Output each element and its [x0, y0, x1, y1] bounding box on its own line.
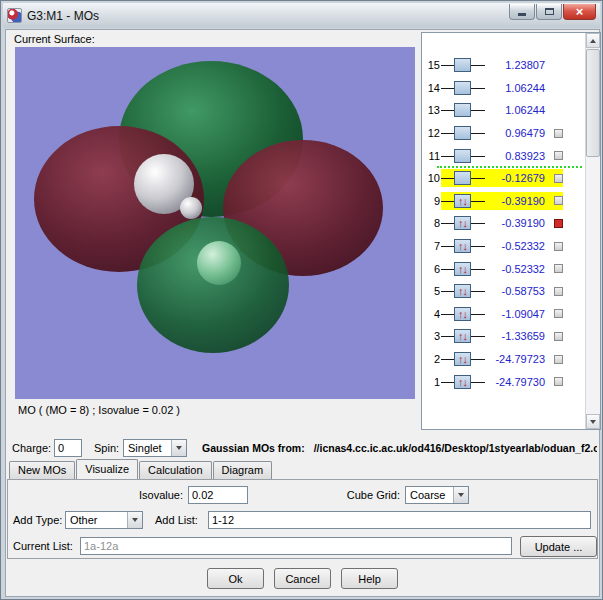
add-list-input[interactable]: [208, 511, 591, 529]
mo-row-3[interactable]: 3↑↓-1.33659: [424, 325, 583, 348]
spin-down-arrow-icon: ↓: [463, 376, 468, 388]
cancel-button[interactable]: Cancel: [274, 568, 331, 589]
spin-down-arrow-icon: ↓: [463, 217, 468, 229]
arrow-down-icon: [590, 420, 596, 424]
energy-level-line: ↑↓: [441, 374, 485, 390]
surface-indicator-checkbox[interactable]: [554, 332, 563, 341]
surface-indicator-checkbox[interactable]: [554, 219, 563, 228]
surface-indicator-checkbox[interactable]: [554, 242, 563, 251]
help-button[interactable]: Help: [341, 568, 398, 589]
mo-row-4[interactable]: 4↑↓-1.09047: [424, 303, 583, 326]
add-type-dropdown-button[interactable]: [127, 512, 142, 528]
orbital-occupancy-box[interactable]: [454, 81, 471, 95]
orbital-energy-value: -1.33659: [485, 330, 550, 342]
orbital-occupancy-box[interactable]: [454, 149, 471, 163]
tab-calculation[interactable]: Calculation: [139, 461, 211, 479]
surface-indicator-checkbox[interactable]: [554, 264, 563, 273]
surface-indicator-checkbox[interactable]: [554, 151, 563, 160]
mo-index: 15: [424, 59, 440, 71]
isovalue-input[interactable]: [188, 486, 248, 504]
tab-diagram[interactable]: Diagram: [213, 461, 273, 479]
mo-row-1[interactable]: 1↑↓-24.79730: [424, 370, 583, 393]
orbital-occupancy-box[interactable]: ↑↓: [454, 352, 471, 366]
cube-grid-selected-value: Coarse: [406, 489, 453, 501]
spin-label: Spin:: [94, 442, 119, 454]
maximize-icon: [545, 8, 554, 15]
tab-new-mos[interactable]: New MOs: [9, 461, 75, 479]
mo-row-8[interactable]: 8↑↓-0.39190: [424, 212, 583, 235]
spin-select[interactable]: Singlet: [123, 439, 187, 457]
orbital-occupancy-box[interactable]: ↑↓: [454, 194, 471, 208]
cube-grid-select[interactable]: Coarse: [405, 486, 469, 504]
orbital-occupancy-box[interactable]: [454, 126, 471, 140]
surface-indicator-checkbox[interactable]: [554, 174, 563, 183]
isovalue-label: Isovalue:: [83, 489, 183, 501]
orbital-occupancy-box[interactable]: ↑↓: [454, 329, 471, 343]
mo-row-11[interactable]: 110.83923: [424, 144, 583, 167]
orbital-energy-value: -0.52332: [485, 263, 550, 275]
mo-row-body: 1.23807: [441, 56, 563, 74]
mo-row-body: ↑↓-24.79730: [441, 373, 563, 391]
surface-indicator-checkbox[interactable]: [554, 196, 563, 205]
mo-row-10[interactable]: 10-0.12679: [424, 167, 583, 190]
mo-energy-list: 151.23807141.06244131.06244120.96479110.…: [424, 54, 583, 393]
orbital-energy-value: -1.09047: [485, 308, 550, 320]
spin-down-arrow-icon: ↓: [463, 308, 468, 320]
mo-row-9[interactable]: 9↑↓-0.39190: [424, 190, 583, 213]
mo-row-15[interactable]: 151.23807: [424, 54, 583, 77]
surface-indicator-checkbox[interactable]: [554, 287, 563, 296]
minimize-button[interactable]: [509, 4, 535, 20]
charge-input[interactable]: [54, 439, 82, 457]
surface-indicator-checkbox[interactable]: [554, 129, 563, 138]
mo-row-5[interactable]: 5↑↓-0.58753: [424, 280, 583, 303]
add-type-select[interactable]: Other: [65, 511, 143, 529]
energy-level-line: [441, 125, 485, 141]
scroll-down-button[interactable]: [586, 414, 600, 429]
titlebar[interactable]: G3:M1 - MOs ×: [3, 3, 600, 28]
spin-selected-value: Singlet: [124, 442, 171, 454]
mo-row-13[interactable]: 131.06244: [424, 99, 583, 122]
mo-row-12[interactable]: 120.96479: [424, 122, 583, 145]
surface-indicator-checkbox[interactable]: [554, 309, 563, 318]
window-controls: ×: [508, 3, 596, 28]
mo-list-scrollbar[interactable]: [585, 33, 600, 429]
chevron-down-icon: [176, 446, 182, 450]
surface-indicator-checkbox[interactable]: [554, 355, 563, 364]
close-button[interactable]: ×: [563, 4, 596, 20]
orbital-energy-value: -0.52332: [485, 240, 550, 252]
update-button[interactable]: Update ...: [520, 536, 597, 557]
mo-row-2[interactable]: 2↑↓-24.79723: [424, 348, 583, 371]
orbital-occupancy-box[interactable]: ↑↓: [454, 239, 471, 253]
scrollbar-thumb[interactable]: [586, 49, 600, 157]
current-surface-label: Current Surface:: [14, 33, 95, 45]
orbital-occupancy-box[interactable]: ↑↓: [454, 284, 471, 298]
mo-index: 8: [424, 217, 440, 229]
orbital-occupancy-box[interactable]: ↑↓: [454, 375, 471, 389]
minimize-icon: [518, 13, 526, 16]
surface-indicator-checkbox[interactable]: [554, 377, 563, 386]
orbital-occupancy-box[interactable]: [454, 103, 471, 117]
mo-surface-viewport[interactable]: [15, 47, 415, 399]
tab-visualize[interactable]: Visualize: [76, 459, 138, 479]
mo-row-14[interactable]: 141.06244: [424, 77, 583, 100]
mo-row-7[interactable]: 7↑↓-0.52332: [424, 235, 583, 258]
mo-row-body: 0.96479: [441, 124, 563, 142]
maximize-button[interactable]: [536, 4, 562, 20]
orbital-occupancy-box[interactable]: ↑↓: [454, 216, 471, 230]
cube-grid-dropdown-button[interactable]: [453, 487, 468, 503]
scroll-up-button[interactable]: [586, 33, 600, 48]
orbital-energy-value: -0.12679: [485, 172, 550, 184]
spin-dropdown-button[interactable]: [171, 440, 186, 456]
orbital-occupancy-box[interactable]: ↑↓: [454, 307, 471, 321]
orbital-occupancy-box[interactable]: ↑↓: [454, 262, 471, 276]
orbital-occupancy-box[interactable]: [454, 171, 471, 185]
energy-level-line: [441, 102, 485, 118]
mo-row-6[interactable]: 6↑↓-0.52332: [424, 257, 583, 280]
current-list-input[interactable]: [80, 537, 512, 555]
add-type-selected-value: Other: [66, 514, 127, 526]
ok-button[interactable]: Ok: [207, 568, 264, 589]
orbital-occupancy-box[interactable]: [454, 58, 471, 72]
energy-level-line: ↑↓: [441, 261, 485, 277]
mos-source-path: //icnas4.cc.ic.ac.uk/od416/Desktop/1stye…: [314, 442, 597, 454]
mo-row-body: ↑↓-1.33659: [441, 327, 563, 345]
